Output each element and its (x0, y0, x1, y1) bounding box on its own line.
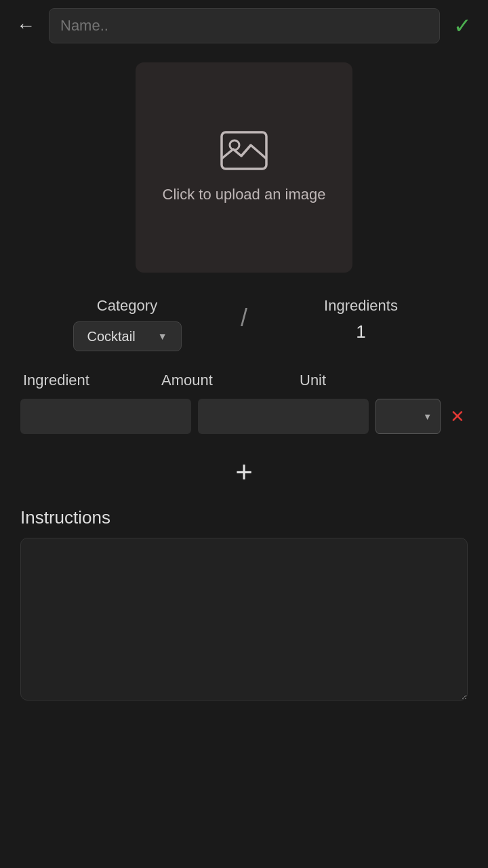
instructions-label: Instructions (20, 507, 468, 528)
instructions-section: Instructions (0, 507, 488, 703)
category-dropdown-arrow-icon: ▼ (158, 331, 167, 342)
ingredients-meta-label: Ingredients (324, 297, 398, 315)
add-row: + (0, 443, 488, 507)
svg-point-1 (230, 140, 239, 150)
ingredients-count: 1 (356, 321, 365, 342)
ingredients-meta-column: Ingredients 1 (261, 297, 461, 342)
category-select-wrapper[interactable]: Cocktail Shot Mocktail Beer Wine Other ▼ (73, 321, 182, 351)
unit-column-header: Unit (300, 372, 438, 389)
ingredient-input[interactable] (20, 399, 191, 434)
name-input[interactable] (49, 8, 440, 43)
back-button[interactable]: ← (11, 12, 41, 39)
image-icon (220, 130, 268, 174)
category-select[interactable]: Cocktail Shot Mocktail Beer Wine Other (87, 329, 143, 344)
unit-select-wrapper[interactable]: ml cl oz tsp tbsp dash slice piece ▼ (375, 399, 441, 434)
image-upload-text: Click to upload an image (163, 184, 326, 205)
meta-divider: / (227, 297, 261, 332)
remove-ingredient-button[interactable]: ✕ (447, 403, 468, 430)
unit-select[interactable]: ml cl oz tsp tbsp dash slice piece (384, 410, 432, 423)
ingredient-column-header: Ingredient (23, 372, 161, 389)
add-ingredient-button[interactable]: + (235, 457, 253, 487)
amount-column-header: Amount (161, 372, 300, 389)
top-bar: ← ✓ (0, 0, 488, 52)
confirm-button[interactable]: ✓ (448, 10, 477, 41)
instructions-textarea[interactable] (20, 538, 468, 701)
amount-input[interactable] (198, 399, 369, 434)
table-row: ml cl oz tsp tbsp dash slice piece ▼ ✕ (20, 399, 468, 434)
category-label: Category (97, 297, 157, 315)
image-upload-area[interactable]: Click to upload an image (136, 62, 352, 273)
meta-row: Category Cocktail Shot Mocktail Beer Win… (0, 283, 488, 365)
svg-rect-0 (222, 132, 266, 169)
ingredients-section: Ingredient Amount Unit ml cl oz tsp tbsp… (0, 372, 488, 434)
ingredients-header: Ingredient Amount Unit (20, 372, 468, 389)
category-column: Category Cocktail Shot Mocktail Beer Win… (27, 297, 227, 351)
